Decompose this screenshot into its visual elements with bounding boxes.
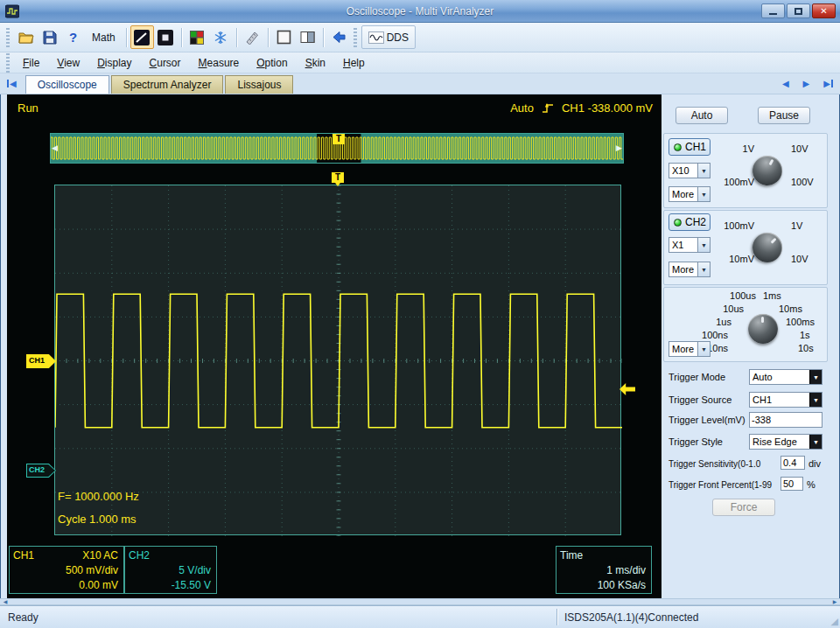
tab-scroll-last-button[interactable]: ▶ bbox=[820, 73, 836, 94]
overview-strip: ◀ ▶ T bbox=[50, 133, 624, 164]
ch1-probe-select[interactable]: X10 ▼ bbox=[668, 163, 710, 178]
trigger-front-input[interactable] bbox=[780, 477, 803, 491]
trigger-level-input[interactable] bbox=[749, 412, 822, 428]
math-button[interactable]: Math bbox=[85, 25, 122, 49]
ch1-enable-button[interactable]: CH1 bbox=[668, 138, 710, 156]
close-button[interactable]: ✕ bbox=[812, 3, 836, 18]
scope-display: Run Auto CH1 -338.000 mV ◀ ▶ T T bbox=[7, 94, 662, 598]
menu-item-option[interactable]: Option bbox=[248, 54, 296, 72]
full-view-button[interactable] bbox=[272, 25, 296, 49]
trigger-source-select[interactable]: CH1 ▼ bbox=[749, 392, 822, 408]
dds-button[interactable]: DDS bbox=[361, 25, 416, 49]
scroll-right-button[interactable]: ▶ bbox=[830, 599, 839, 604]
tab-lissajous[interactable]: Lissajous bbox=[225, 75, 293, 94]
nav-prev-icon: ◀ bbox=[782, 79, 789, 88]
tab-scroll-first-button[interactable]: ◀ bbox=[4, 73, 20, 94]
horizontal-scrollbar[interactable]: ◀ ▶ bbox=[0, 598, 840, 605]
ch2-volts-label-10mv: 10mV bbox=[719, 254, 754, 264]
trigger-sensitivity-label: Trigger Sensitivity(0-1.0 bbox=[668, 459, 760, 469]
trigger-position-marker[interactable]: T bbox=[332, 172, 344, 183]
timebase-more-select[interactable]: More ▼ bbox=[668, 341, 710, 357]
trigger-source-label: Trigger Source bbox=[668, 394, 732, 405]
ch2-volts-label-100mv: 100mV bbox=[716, 220, 754, 231]
auto-button[interactable]: Auto bbox=[676, 107, 728, 124]
chevron-down-icon: ▼ bbox=[697, 164, 710, 178]
caliper-icon bbox=[244, 31, 260, 45]
menu-item-display[interactable]: Display bbox=[88, 54, 140, 72]
menu-item-measure[interactable]: Measure bbox=[190, 54, 248, 72]
window-controls: ✕ bbox=[761, 3, 836, 18]
floppy-disk-icon bbox=[43, 31, 57, 45]
ch1-waveform bbox=[55, 185, 622, 536]
scroll-left-button[interactable]: ◀ bbox=[1, 599, 10, 604]
tab-spectrum-analyzer[interactable]: Spectrum Analyzer bbox=[111, 75, 224, 94]
tab-scroll-prev-button[interactable]: ◀ bbox=[779, 73, 793, 94]
last-bar-icon bbox=[831, 80, 833, 87]
menu-item-view[interactable]: View bbox=[48, 54, 88, 72]
ch2-info-name: CH2 bbox=[129, 548, 150, 563]
nav-prev-icon: ◀ bbox=[10, 79, 17, 88]
snowflake-icon bbox=[214, 31, 228, 45]
maximize-button[interactable] bbox=[787, 3, 810, 18]
timebase-label-1s: 1s bbox=[800, 330, 810, 340]
menu-item-help[interactable]: Help bbox=[334, 54, 374, 72]
palette-icon bbox=[190, 31, 204, 45]
rise-edge-trigger-icon bbox=[542, 101, 554, 115]
help-button[interactable]: ? bbox=[61, 25, 85, 49]
pause-button[interactable]: Pause bbox=[758, 107, 810, 124]
ch1-info-offset: 0.00 mV bbox=[13, 578, 118, 593]
time-info-name: Time bbox=[560, 548, 583, 563]
status-text: Ready bbox=[8, 611, 38, 624]
dds-button-label: DDS bbox=[387, 31, 409, 44]
toolbar-gripper bbox=[354, 28, 357, 47]
overview-trigger-marker[interactable]: T bbox=[332, 134, 345, 144]
menu-item-skin[interactable]: Skin bbox=[297, 54, 334, 72]
timebase-knob[interactable] bbox=[748, 314, 778, 344]
chevron-down-icon: ▼ bbox=[697, 262, 710, 276]
ch1-info-box: CH1 X10 AC 500 mV/div 0.00 mV bbox=[9, 546, 124, 594]
ch2-more-select[interactable]: More ▼ bbox=[668, 262, 710, 277]
single-trace-button[interactable] bbox=[130, 25, 154, 49]
overview-pan-right-icon[interactable]: ▶ bbox=[616, 143, 622, 154]
ch2-probe-select[interactable]: X1 ▼ bbox=[668, 237, 710, 253]
trigger-mode-select[interactable]: Auto ▼ bbox=[749, 369, 822, 385]
toolbar: ? Math bbox=[0, 23, 840, 52]
ch2-position-marker[interactable]: CH2 bbox=[26, 464, 56, 478]
split-view-button[interactable] bbox=[296, 25, 319, 49]
trigger-style-select[interactable]: Rise Edge ▼ bbox=[749, 434, 822, 450]
overview-pan-left-icon[interactable]: ◀ bbox=[52, 143, 58, 154]
back-button[interactable] bbox=[327, 25, 351, 49]
save-button[interactable] bbox=[38, 25, 61, 49]
freeze-button[interactable] bbox=[209, 25, 233, 49]
trigger-sensitivity-unit: div bbox=[808, 458, 821, 469]
timebase-label-1us: 1us bbox=[702, 317, 732, 327]
time-info-rate: 100 KSa/s bbox=[560, 578, 646, 593]
ch2-volts-label-10v: 10V bbox=[791, 254, 808, 264]
ch2-enable-button[interactable]: CH2 bbox=[668, 213, 710, 231]
minimize-button[interactable] bbox=[761, 3, 785, 18]
window-title: Oscilloscope - Multi VirAnalyzer bbox=[0, 5, 840, 17]
menu-item-cursor[interactable]: Cursor bbox=[141, 54, 190, 72]
titlebar: Oscilloscope - Multi VirAnalyzer ✕ bbox=[0, 0, 840, 23]
ch1-position-marker[interactable]: CH1 bbox=[26, 354, 56, 368]
ch1-info-coupling: X10 AC bbox=[82, 548, 118, 563]
statusbar: Ready ISDS205A(1.1)(4)Connected ◢ bbox=[0, 605, 840, 628]
run-status: Run bbox=[18, 101, 38, 115]
trigger-sensitivity-input[interactable] bbox=[780, 456, 805, 470]
measure-button[interactable] bbox=[241, 25, 264, 49]
color-settings-button[interactable] bbox=[186, 25, 209, 49]
sine-wave-icon bbox=[368, 31, 384, 44]
tab-nav-right: ◀ ▶ ▶ bbox=[779, 73, 836, 94]
ch1-led-icon bbox=[674, 143, 682, 151]
back-arrow-icon bbox=[332, 31, 346, 44]
ch1-more-select[interactable]: More ▼ bbox=[668, 186, 710, 202]
stop-button[interactable] bbox=[154, 25, 178, 49]
cycle-readout: Cycle 1.000 ms bbox=[58, 513, 136, 526]
open-file-button[interactable] bbox=[14, 25, 38, 49]
graticule bbox=[54, 185, 621, 535]
tab-scroll-next-button[interactable]: ▶ bbox=[800, 73, 814, 94]
tab-oscilloscope[interactable]: Oscilloscope bbox=[25, 75, 109, 94]
resize-grip[interactable]: ◢ bbox=[831, 616, 838, 627]
force-trigger-button[interactable]: Force bbox=[712, 499, 775, 516]
menu-item-file[interactable]: File bbox=[14, 54, 48, 72]
